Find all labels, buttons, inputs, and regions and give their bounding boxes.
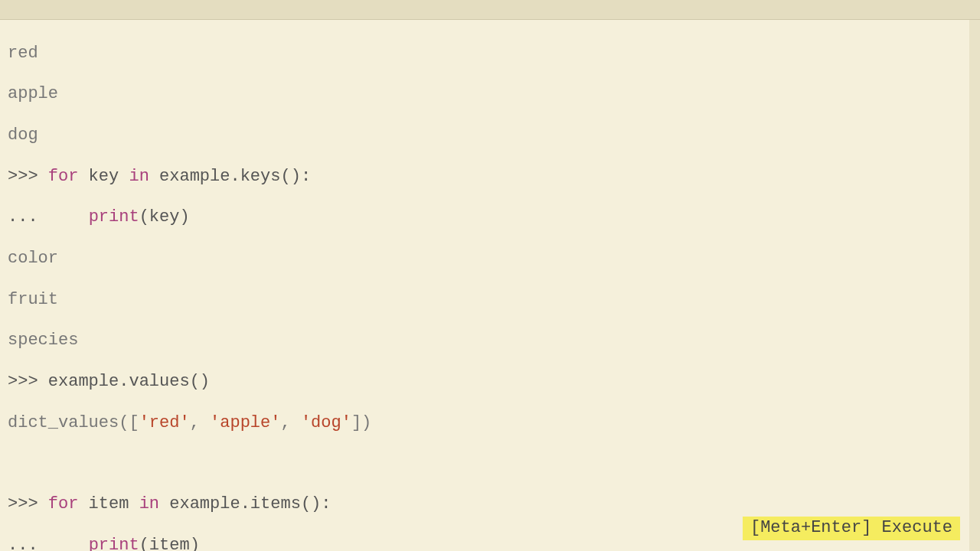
code-line: >>> for item in example.items(): [8, 494, 972, 515]
output-line: color [8, 249, 972, 269]
blank-line [8, 454, 972, 474]
output-line: dict_values(['red', 'apple', 'dog']) [8, 413, 972, 434]
output-line: red [8, 44, 972, 64]
titlebar [0, 0, 980, 20]
code-line: ... print(key) [8, 207, 972, 228]
output-line: fruit [8, 290, 972, 311]
terminal-output[interactable]: red apple dog >>> for key in example.key… [0, 20, 980, 551]
scrollbar[interactable] [969, 20, 980, 551]
output-line: apple [8, 84, 972, 105]
execute-hint: [Meta+Enter] Execute [743, 517, 960, 540]
code-line: >>> example.values() [8, 372, 972, 393]
code-line: >>> for key in example.keys(): [8, 167, 972, 187]
output-line: species [8, 331, 972, 351]
output-line: dog [8, 126, 972, 146]
